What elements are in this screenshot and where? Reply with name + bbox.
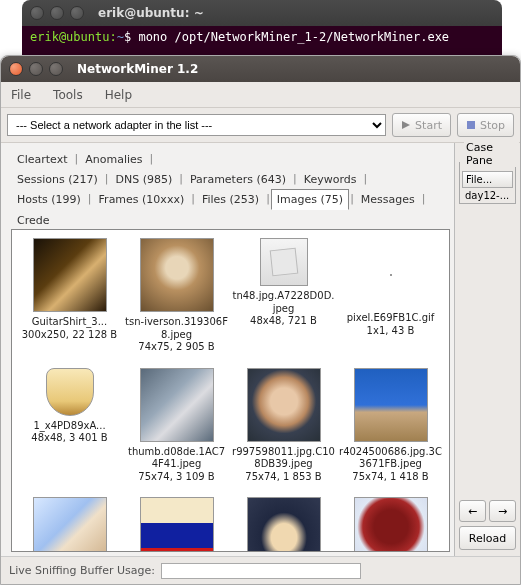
thumbnail-image: [247, 368, 321, 442]
start-button[interactable]: Start: [392, 113, 451, 137]
tab-strip: Cleartext| Anomalies|: [11, 149, 450, 169]
terminal-prompt-sigil: $: [124, 30, 131, 44]
thumbnail-image: [247, 497, 321, 552]
image-thumbnail[interactable]: [123, 497, 230, 552]
case-group: Case Pane File... day12-...: [459, 149, 516, 204]
thumbnail-image: [140, 368, 214, 442]
terminal-title: erik@ubuntu: ~: [98, 6, 204, 20]
case-panel: Case Pane File... day12-... ← → Reload: [454, 143, 520, 556]
play-icon: [401, 120, 411, 130]
file-header[interactable]: File...: [462, 171, 513, 188]
content-row: Cleartext| Anomalies| Sessions (217)| DN…: [1, 143, 520, 556]
thumbnail-label: r4024500686.jpg.3C3671FB.jpeg 75x74, 1 4…: [337, 446, 444, 484]
tab-parameters[interactable]: Parameters (643): [184, 169, 292, 189]
toolbar: --- Select a network adapter in the list…: [1, 108, 520, 143]
file-item[interactable]: day12-...: [462, 188, 513, 203]
thumbnail-label: tsn-iverson.319306F8.jpeg 74x75, 2 905 B: [123, 316, 230, 354]
arrow-right-icon: →: [498, 505, 507, 518]
next-button[interactable]: →: [489, 500, 516, 522]
image-thumbnail[interactable]: r4024500686.jpg.3C3671FB.jpeg 75x74, 1 4…: [337, 368, 444, 484]
thumbnail-image: [140, 497, 214, 552]
tab-anomalies[interactable]: Anomalies: [79, 149, 148, 169]
tab-files[interactable]: Files (253): [196, 189, 265, 210]
terminal-prompt-path: ~: [117, 30, 124, 44]
statusbar: Live Sniffing Buffer Usage:: [1, 556, 520, 584]
thumbnail-image: [33, 238, 107, 312]
tabs-area: Cleartext| Anomalies| Sessions (217)| DN…: [1, 143, 454, 556]
image-thumbnail[interactable]: r997598011.jpg.C108DB39.jpeg 75x74, 1 85…: [230, 368, 337, 484]
tab-credentials[interactable]: Crede: [11, 210, 55, 230]
thumbnail-label: pixel.E69FB1C.gif 1x1, 43 B: [337, 312, 444, 337]
reload-button[interactable]: Reload: [459, 526, 516, 550]
tab-frames[interactable]: Frames (10xxx): [93, 189, 191, 210]
networkminer-window: NetworkMiner 1.2 File Tools Help --- Sel…: [0, 55, 521, 585]
tab-images[interactable]: Images (75): [271, 189, 349, 210]
prev-button[interactable]: ←: [459, 500, 486, 522]
image-thumbnail[interactable]: [230, 497, 337, 552]
menu-help[interactable]: Help: [105, 88, 132, 102]
image-thumbnail[interactable]: 1_x4PD89xA... 48x48, 3 401 B: [16, 368, 123, 484]
image-grid: GuitarShirt_3... 300x250, 22 128 Btsn-iv…: [16, 238, 445, 552]
window-maximize-icon[interactable]: [49, 62, 63, 76]
window-title: NetworkMiner 1.2: [77, 62, 198, 76]
case-legend: Case Pane: [464, 141, 519, 167]
thumbnail-label: 1_x4PD89xA... 48x48, 3 401 B: [16, 420, 123, 445]
menubar: File Tools Help: [1, 82, 520, 108]
tab-strip-3: Hosts (199)| Frames (10xxx)| Files (253)…: [11, 189, 450, 230]
thumbnail-image: [140, 238, 214, 312]
terminal-minimize-icon[interactable]: [50, 6, 64, 20]
terminal-command: mono /opt/NetworkMiner_1-2/NetworkMiner.…: [138, 30, 449, 44]
tab-sessions[interactable]: Sessions (217): [11, 169, 104, 189]
window-close-icon[interactable]: [9, 62, 23, 76]
thumbnail-image: [46, 368, 94, 416]
tab-messages[interactable]: Messages: [355, 189, 421, 210]
main-titlebar[interactable]: NetworkMiner 1.2: [1, 56, 520, 82]
image-thumbnail[interactable]: [337, 497, 444, 552]
buffer-label: Live Sniffing Buffer Usage:: [9, 564, 155, 577]
tab-strip-2: Sessions (217)| DNS (985)| Parameters (6…: [11, 169, 450, 189]
buffer-gauge: [161, 563, 361, 579]
thumbnail-image: [33, 497, 107, 552]
image-thumbnail[interactable]: tsn-iverson.319306F8.jpeg 74x75, 2 905 B: [123, 238, 230, 354]
image-panel: GuitarShirt_3... 300x250, 22 128 Btsn-iv…: [11, 229, 450, 552]
window-minimize-icon[interactable]: [29, 62, 43, 76]
terminal-maximize-icon[interactable]: [70, 6, 84, 20]
image-thumbnail[interactable]: [16, 497, 123, 552]
reload-label: Reload: [469, 532, 506, 545]
image-thumbnail[interactable]: thumb.d08de.1AC74F41.jpeg 75x74, 3 109 B: [123, 368, 230, 484]
adapter-select[interactable]: --- Select a network adapter in the list…: [7, 114, 386, 136]
menu-file[interactable]: File: [11, 88, 31, 102]
tab-hosts[interactable]: Hosts (199): [11, 189, 87, 210]
svg-marker-0: [402, 121, 410, 129]
arrow-left-icon: ←: [468, 505, 477, 518]
start-label: Start: [415, 119, 442, 132]
tab-dns[interactable]: DNS (985): [110, 169, 179, 189]
image-thumbnail[interactable]: tn48.jpg.A7228D0D.jpeg 48x48, 721 B: [230, 238, 337, 354]
thumbnail-image: [354, 497, 428, 552]
thumbnail-label: tn48.jpg.A7228D0D.jpeg 48x48, 721 B: [230, 290, 337, 328]
image-thumbnail[interactable]: pixel.E69FB1C.gif 1x1, 43 B: [337, 238, 444, 354]
terminal-prompt-sep: :: [109, 30, 116, 44]
arrow-buttons: ← →: [459, 500, 516, 522]
thumbnail-image: [354, 368, 428, 442]
tab-cleartext[interactable]: Cleartext: [11, 149, 73, 169]
thumbnail-image: [260, 238, 308, 286]
terminal-prompt-user: erik@ubuntu: [30, 30, 109, 44]
thumbnail-label: thumb.d08de.1AC74F41.jpeg 75x74, 3 109 B: [123, 446, 230, 484]
image-thumbnail[interactable]: GuitarShirt_3... 300x250, 22 128 B: [16, 238, 123, 354]
stop-icon: [466, 120, 476, 130]
tab-keywords[interactable]: Keywords: [298, 169, 363, 189]
thumbnail-label: r997598011.jpg.C108DB39.jpeg 75x74, 1 85…: [230, 446, 337, 484]
thumbnail-image: [390, 274, 392, 276]
side-spacer: [459, 208, 516, 496]
stop-label: Stop: [480, 119, 505, 132]
terminal-close-icon[interactable]: [30, 6, 44, 20]
svg-rect-1: [467, 121, 475, 129]
menu-tools[interactable]: Tools: [53, 88, 83, 102]
thumbnail-label: GuitarShirt_3... 300x250, 22 128 B: [16, 316, 123, 341]
stop-button[interactable]: Stop: [457, 113, 514, 137]
terminal-titlebar[interactable]: erik@ubuntu: ~: [22, 0, 502, 26]
